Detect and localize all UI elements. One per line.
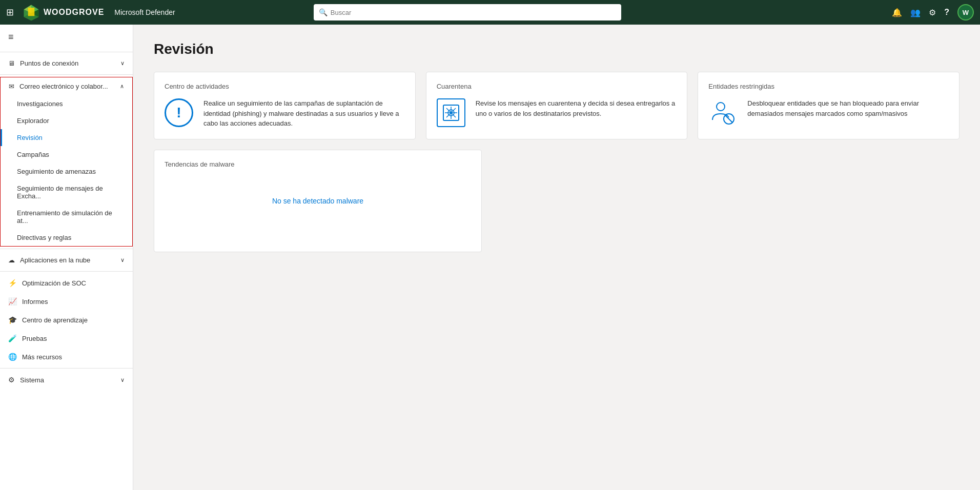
logo: WOODGROVE: [22, 3, 104, 22]
correo-section: ✉ Correo electrónico y colabor... ∧ Inve…: [0, 77, 133, 247]
sidebar: ≡ 🖥 Puntos de conexión ∨ ✉ Correo electr…: [0, 25, 133, 490]
sidebar-item-nube[interactable]: ☁ Aplicaciones en la nube ∨: [0, 251, 133, 269]
svg-point-13: [450, 112, 452, 114]
card-cuarentena-title: Cuarentena: [437, 83, 677, 90]
avatar[interactable]: W: [957, 4, 974, 21]
nube-icon: ☁: [8, 256, 15, 264]
informes-label: Informes: [22, 298, 48, 305]
card-actividades-body: ! Realice un seguimiento de las campañas…: [165, 98, 405, 129]
chevron-down-icon3: ∨: [120, 377, 125, 383]
logo-text: WOODGROVE: [44, 8, 104, 17]
pruebas-label: Pruebas: [22, 335, 47, 342]
sidebar-item-seguimiento-amenazas[interactable]: Seguimiento de amenazas: [1, 163, 132, 180]
search-input[interactable]: [331, 9, 616, 16]
puntos-icon: 🖥: [8, 59, 15, 67]
nube-label: Aplicaciones en la nube: [20, 256, 90, 264]
search-icon: 🔍: [319, 8, 328, 16]
people-icon[interactable]: 👥: [910, 8, 921, 17]
sidebar-item-seguimiento-mensajes[interactable]: Seguimiento de mensajes de Excha...: [1, 180, 132, 205]
recursos-icon: 🌐: [8, 353, 17, 361]
layout: ≡ 🖥 Puntos de conexión ∨ ✉ Correo electr…: [0, 25, 980, 490]
help-icon[interactable]: ?: [944, 8, 949, 17]
settings-icon[interactable]: ⚙: [929, 8, 936, 17]
main-content: Revisión Centro de actividades ! Realice…: [133, 25, 980, 490]
sidebar-item-informes[interactable]: 📈 Informes: [0, 292, 133, 311]
logo-svg: [22, 3, 40, 22]
person-block-icon: [708, 98, 737, 127]
sistema-label: Sistema: [20, 376, 44, 384]
svg-point-14: [717, 103, 725, 111]
soc-label: Optimización de SOC: [22, 279, 86, 287]
informes-icon: 📈: [8, 297, 17, 305]
pruebas-icon: 🧪: [8, 334, 17, 342]
sidebar-item-explorador[interactable]: Explorador: [1, 112, 132, 129]
recursos-label: Más recursos: [22, 353, 62, 361]
malware-icon: [437, 98, 465, 127]
sidebar-item-investigaciones[interactable]: Investigaciones: [1, 95, 132, 112]
divider4: [0, 271, 133, 272]
correo-label: Correo electrónico y colabor...: [19, 83, 108, 90]
sidebar-item-directivas[interactable]: Directivas y reglas: [1, 229, 132, 246]
sidebar-item-entrenamiento[interactable]: Entrenamiento de simulación de at...: [1, 205, 132, 229]
sidebar-item-campanas[interactable]: Campañas: [1, 146, 132, 163]
divider: [0, 52, 133, 52]
grid-icon[interactable]: ⊞: [6, 7, 14, 18]
card-actividades-title: Centro de actividades: [165, 83, 405, 90]
cuarentena-description: Revise los mensajes en cuarentena y deci…: [476, 98, 677, 118]
card-actividades: Centro de actividades ! Realice un segui…: [154, 72, 416, 139]
actividades-icon: !: [165, 98, 193, 127]
entidades-description: Desbloquear entidades que se han bloquea…: [747, 98, 949, 118]
entidades-icon: [708, 98, 737, 127]
chevron-up-icon: ∧: [120, 83, 124, 90]
puntos-label: Puntos de conexión: [20, 59, 78, 67]
divider2: [0, 74, 133, 75]
bottom-cards-row: Tendencias de malware No se ha detectado…: [154, 150, 959, 252]
divider3: [0, 249, 133, 249]
sidebar-item-revision[interactable]: Revisión: [1, 129, 132, 146]
card-entidades: Entidades restringidas: [698, 72, 959, 139]
aprendizaje-label: Centro de aprendizaje: [22, 316, 88, 324]
app-title: Microsoft Defender: [114, 8, 175, 16]
sidebar-item-soc[interactable]: ⚡ Optimización de SOC: [0, 274, 133, 292]
soc-icon: ⚡: [8, 279, 17, 287]
aprendizaje-icon: 🎓: [8, 316, 17, 324]
correo-icon: ✉: [9, 83, 14, 90]
divider5: [0, 368, 133, 369]
malware-no-detection-text: No se ha detectado malware: [165, 176, 471, 226]
svg-rect-6: [28, 8, 35, 16]
page-title: Revisión: [154, 41, 959, 57]
card-malware: Tendencias de malware No se ha detectado…: [154, 150, 482, 252]
sidebar-item-pruebas[interactable]: 🧪 Pruebas: [0, 329, 133, 348]
search-box[interactable]: 🔍: [314, 4, 621, 21]
chevron-down-icon2: ∨: [120, 257, 125, 263]
card-entidades-title: Entidades restringidas: [708, 83, 949, 90]
correo-subitems: Investigaciones Explorador Revisión Camp…: [1, 95, 132, 246]
bell-icon[interactable]: 🔔: [892, 8, 902, 17]
sidebar-item-sistema[interactable]: ⚙ Sistema ∨: [0, 371, 133, 389]
sistema-icon: ⚙: [8, 376, 15, 384]
card-malware-title: Tendencias de malware: [165, 160, 471, 168]
exclaim-circle-icon: !: [165, 98, 193, 127]
card-cuarentena-body: Revise los mensajes en cuarentena y deci…: [437, 98, 677, 127]
sidebar-item-recursos[interactable]: 🌐 Más recursos: [0, 348, 133, 366]
top-cards-row: Centro de actividades ! Realice un segui…: [154, 72, 959, 139]
card-cuarentena: Cuarentena: [426, 72, 688, 139]
cuarentena-icon: [437, 98, 465, 127]
sidebar-item-aprendizaje[interactable]: 🎓 Centro de aprendizaje: [0, 311, 133, 329]
card-entidades-body: Desbloquear entidades que se han bloquea…: [708, 98, 949, 127]
sidebar-item-puntos[interactable]: 🖥 Puntos de conexión ∨: [0, 54, 133, 72]
actividades-description: Realice un seguimiento de las campañas d…: [203, 98, 405, 129]
sidebar-item-correo[interactable]: ✉ Correo electrónico y colabor... ∧: [1, 77, 132, 95]
topnav: ⊞ WOODGROVE Microsoft Defender 🔍 🔔 👥 ⚙ ?…: [0, 0, 980, 25]
svg-line-16: [725, 115, 733, 123]
topnav-actions: 🔔 👥 ⚙ ? W: [892, 4, 974, 21]
chevron-down-icon: ∨: [120, 60, 125, 67]
hamburger-button[interactable]: ≡: [0, 25, 133, 50]
